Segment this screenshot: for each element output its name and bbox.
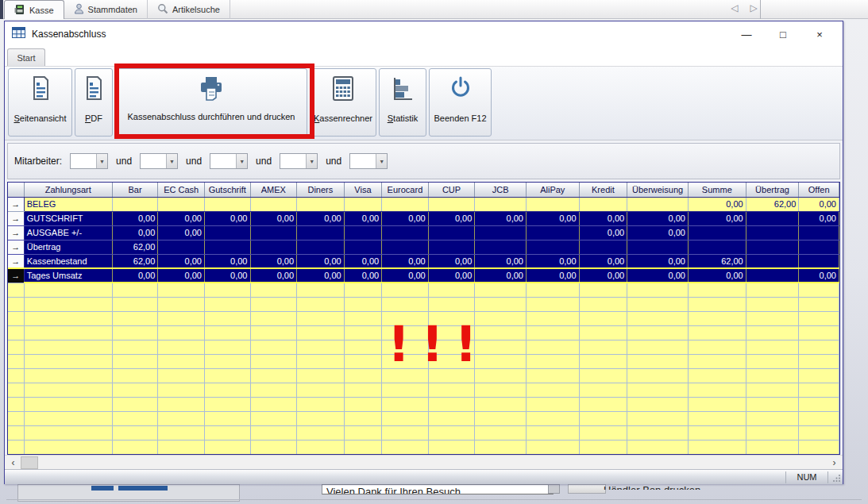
grid-column-header[interactable]: Eurocard <box>382 183 429 197</box>
mitarbeiter-combo-4[interactable]: ▼ <box>280 153 318 169</box>
grid-cell[interactable]: 0,00 <box>158 268 205 283</box>
grid-cell[interactable] <box>428 225 475 240</box>
minimize-button[interactable]: — <box>735 25 758 43</box>
resize-grip[interactable] <box>830 471 843 484</box>
grid-row-label[interactable]: Übertrag <box>24 240 112 254</box>
grid-cell[interactable]: 0,00 <box>526 211 579 225</box>
seitenansicht-button[interactable]: Seitenansicht <box>8 68 72 137</box>
grid-cell[interactable] <box>428 240 475 254</box>
grid-cell[interactable] <box>475 197 527 211</box>
grid-row-selector[interactable]: → <box>8 254 24 268</box>
grid-cell[interactable]: 0,00 <box>799 197 839 211</box>
grid-cell[interactable]: 0,00 <box>688 197 746 211</box>
grid-row-label[interactable]: BELEG <box>24 197 112 211</box>
tab-nav-back-icon[interactable]: ◁ <box>729 2 740 13</box>
grid-cell[interactable] <box>204 225 250 240</box>
grid-column-header[interactable]: Überweisung <box>627 183 689 197</box>
grid-cell[interactable]: 0,00 <box>297 254 345 268</box>
grid-cell[interactable]: 0,00 <box>250 254 297 268</box>
grid-cell[interactable] <box>627 197 689 211</box>
grid-cell[interactable]: 0,00 <box>428 268 475 283</box>
grid-column-header[interactable]: AMEX <box>250 183 297 197</box>
grid-column-header[interactable]: Zahlungsart <box>24 183 112 197</box>
grid-cell[interactable]: 62,00 <box>688 254 746 268</box>
grid-row-label[interactable]: AUSGABE +/- <box>24 225 112 240</box>
grid-cell[interactable] <box>799 254 839 268</box>
grid-cell[interactable] <box>627 240 689 254</box>
chevron-down-icon[interactable]: ▼ <box>236 154 247 168</box>
grid-cell[interactable] <box>799 240 839 254</box>
grid-cell[interactable]: 0,00 <box>627 254 689 268</box>
grid-column-header[interactable]: Diners <box>297 183 345 197</box>
grid-cell[interactable]: 0,00 <box>475 268 527 283</box>
grid-cell[interactable] <box>297 197 345 211</box>
close-button[interactable]: × <box>808 25 831 43</box>
grid-column-header[interactable]: Gutschrift <box>204 183 250 197</box>
grid-cell[interactable] <box>382 225 429 240</box>
grid-cell[interactable] <box>526 225 579 240</box>
grid-cell[interactable]: 0,00 <box>627 211 689 225</box>
grid-cell[interactable]: 0,00 <box>627 225 689 240</box>
grid-cell[interactable]: 0,00 <box>112 225 158 240</box>
grid-column-header[interactable]: Summe <box>688 183 746 197</box>
tab-artikelsuche[interactable]: Artikelsuche <box>148 0 230 19</box>
grid-cell[interactable] <box>579 197 627 211</box>
grid-cell[interactable]: 0,00 <box>579 211 627 225</box>
grid-cell[interactable] <box>579 240 627 254</box>
grid-cell[interactable]: 0,00 <box>799 268 839 283</box>
grid-column-header[interactable]: Kredit <box>579 183 627 197</box>
tab-kasse[interactable]: Kasse <box>4 0 64 19</box>
horizontal-scrollbar[interactable]: ‹ › <box>5 455 843 469</box>
scroll-right-icon[interactable]: › <box>827 456 841 469</box>
grid-column-header[interactable]: Offen <box>799 183 839 197</box>
grid-cell[interactable]: 0,00 <box>799 211 839 225</box>
grid-cell[interactable] <box>250 225 297 240</box>
grid-row-selector[interactable]: → <box>8 240 24 254</box>
grid-cell[interactable] <box>382 240 429 254</box>
grid-cell[interactable]: 0,00 <box>627 268 689 283</box>
grid-cell[interactable] <box>688 240 746 254</box>
ribbon-tab-start[interactable]: Start <box>7 48 45 66</box>
grid-cell[interactable] <box>112 197 158 211</box>
grid-cell[interactable]: 0,00 <box>204 211 250 225</box>
grid-cell[interactable]: 62,00 <box>112 240 158 254</box>
grid-cell[interactable]: 0,00 <box>428 254 475 268</box>
grid-cell[interactable] <box>297 240 345 254</box>
tab-nav-forward-icon[interactable]: ▷ <box>748 2 759 13</box>
grid-cell[interactable] <box>428 197 475 211</box>
tab-stammdaten[interactable]: Stammdaten <box>64 0 148 19</box>
chevron-down-icon[interactable]: ▼ <box>306 154 317 168</box>
beenden-button[interactable]: Beenden F12 <box>429 68 492 137</box>
grid-cell[interactable]: 0,00 <box>158 254 205 268</box>
grid-cell[interactable] <box>158 197 205 211</box>
mitarbeiter-combo-2[interactable]: ▼ <box>140 153 178 169</box>
grid-cell[interactable]: 0,00 <box>297 211 345 225</box>
grid-cell[interactable]: 0,00 <box>688 211 746 225</box>
grid-cell[interactable]: 0,00 <box>526 268 579 283</box>
grid-cell[interactable]: 0,00 <box>382 268 429 283</box>
grid-column-header[interactable]: CUP <box>428 183 475 197</box>
grid-cell[interactable]: 62,00 <box>112 254 158 268</box>
grid-row-selector[interactable]: → <box>8 225 24 240</box>
statistik-button[interactable]: Statistik <box>379 68 426 137</box>
kassenabschluss-drucken-button[interactable]: Kassenabschluss durchführen und drucken <box>115 68 307 137</box>
mitarbeiter-combo-3[interactable]: ▼ <box>210 153 248 169</box>
grid-cell[interactable] <box>297 225 345 240</box>
grid-row-selector[interactable]: → <box>8 197 24 211</box>
scroll-left-icon[interactable]: ‹ <box>6 456 20 469</box>
grid-row-label[interactable]: Kassenbestand <box>24 254 112 268</box>
grid-cell[interactable]: 0,00 <box>250 211 297 225</box>
grid-cell[interactable] <box>746 268 799 283</box>
grid-cell[interactable]: 0,00 <box>204 268 250 283</box>
grid-row-label[interactable]: Tages Umsatz <box>24 268 112 283</box>
grid-cell[interactable] <box>746 240 799 254</box>
grid-cell[interactable] <box>746 211 799 225</box>
grid-cell[interactable]: 0,00 <box>475 254 527 268</box>
grid-cell[interactable] <box>250 240 297 254</box>
grid-cell[interactable]: 0,00 <box>428 211 475 225</box>
grid-cell[interactable]: 0,00 <box>382 211 429 225</box>
grid-cell[interactable] <box>746 254 799 268</box>
grid-cell[interactable] <box>344 240 381 254</box>
grid-cell[interactable]: 0,00 <box>526 254 579 268</box>
chevron-down-icon[interactable]: ▼ <box>166 154 177 168</box>
